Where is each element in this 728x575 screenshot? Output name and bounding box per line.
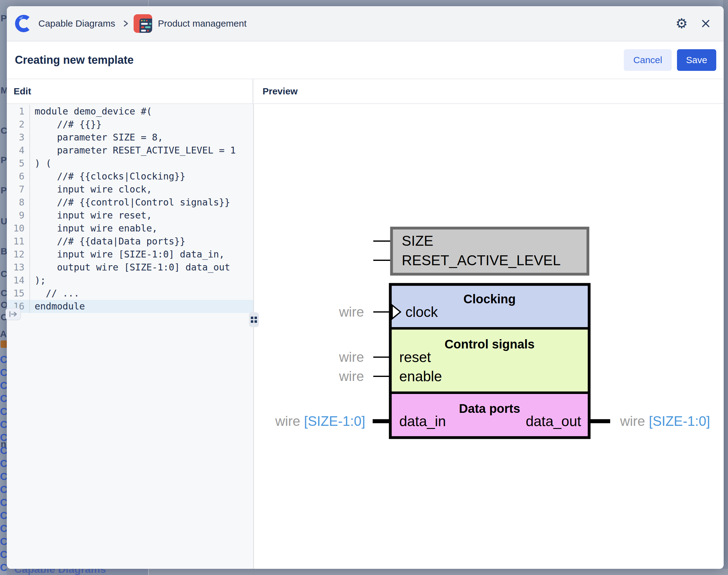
param-size: SIZE [402,233,433,249]
close-icon [701,19,711,29]
background-top-strip [0,0,728,6]
data-in-port: data_in [399,413,446,429]
line-text: input wire enable, [30,222,157,235]
data-out-bus-label: wire [SIZE-1:0] [620,413,710,429]
clipped-label: Ca [1,269,7,279]
gear-icon: ⚙ [676,17,688,30]
line-number: 7 [7,183,30,196]
expand-sidebar-button[interactable] [6,308,21,320]
code-line[interactable]: 3 parameter SIZE = 8, [7,131,253,144]
code-line[interactable]: 1 module demo_device #( [7,105,253,118]
capable-c-glyph: C [0,457,7,470]
line-text: // ... [30,287,79,300]
capable-c-glyph: C [0,561,7,574]
line-text: endmodule [30,300,85,313]
line-text: input wire reset, [30,209,152,222]
capable-c-glyph: C [0,483,7,496]
line-text: //# {{clocks|Clocking}} [30,170,186,183]
code-line[interactable]: 13 output wire [SIZE-1:0] data_out [7,261,253,274]
line-text: parameter SIZE = 8, [30,131,163,144]
background-orange-icon [1,340,7,348]
code-line[interactable]: 11 //# {{data|Data ports}} [7,235,253,248]
param-reset-active-level: RESET_ACTIVE_LEVEL [402,252,561,268]
line-text: input wire [SIZE-1:0] data_in, [30,248,224,261]
data-out-port: data_out [526,413,581,429]
code-line[interactable]: 5 ) ( [7,157,253,170]
clipped-label: Cl [1,125,7,136]
enable-port: enable [399,368,442,384]
code-line[interactable]: 15 // ... [7,287,253,300]
reset-wire-label: wire [339,349,364,365]
code-line[interactable]: 12 input wire [SIZE-1:0] data_in, [7,248,253,261]
line-number: 9 [7,209,30,222]
line-text: //# {{control|Control signals}} [30,196,230,209]
clock-wire-label: wire [339,304,364,319]
panel-headers: Edit Preview [7,79,724,104]
save-button[interactable]: Save [677,49,716,71]
line-number: 12 [7,248,30,261]
capable-c-glyph: C [0,535,7,548]
code-line[interactable]: 6 //# {{clocks|Clocking}} [7,170,253,183]
line-number: 8 [7,196,30,209]
clipped-label: By [1,246,7,257]
capable-c-glyph: C [0,366,7,379]
clocking-title: Clocking [464,292,516,306]
background-left-strip: PMClPrPrUlByCaCaOuCln AP CCCCCCCCCCCCCCC… [0,0,7,575]
line-text: module demo_device #( [30,105,152,118]
capable-c-glyph: C [0,548,7,561]
edit-panel-header: Edit [7,79,253,103]
capable-c-glyph: C [0,522,7,535]
code-line[interactable]: 14 ); [7,274,253,287]
capable-c-glyph: C [0,392,7,405]
reset-port: reset [399,349,431,365]
clock-port: clock [405,304,438,320]
background-column-divider [148,569,149,575]
clipped-label: Pr [1,185,7,196]
capable-diagrams-logo [15,14,33,33]
settings-button[interactable]: ⚙ [673,15,690,32]
line-text: output wire [SIZE-1:0] data_out [30,261,230,274]
close-button[interactable] [697,15,715,32]
code-line[interactable]: 4 parameter RESET_ACTIVE_LEVEL = 1 [7,144,253,157]
code-line[interactable]: 7 input wire clock, [7,183,253,196]
screen: Capable Diagrams PMClPrPrUlByCaCaOuCln A… [0,0,728,575]
line-number: 10 [7,222,30,235]
capable-c-glyph: C [0,444,7,457]
module-body: Clocking clock Control signals reset ena… [390,284,589,438]
capable-c-glyph: C [0,431,7,444]
capable-c-glyph: C [0,418,7,431]
drag-grip-icon [251,316,257,323]
data-ports-title: Data ports [459,402,520,415]
breadcrumb-page-link[interactable]: Product management [158,18,247,29]
line-number: 1 [7,105,30,118]
edit-label: Edit [13,86,31,97]
capable-c-glyph: C [0,379,7,392]
line-number: 2 [7,118,30,131]
cancel-button[interactable]: Cancel [624,49,672,71]
code-line[interactable]: 2 //# {{}} [7,118,253,131]
code-line[interactable]: 9 input wire reset, [7,209,253,222]
capable-c-glyph: C [0,353,7,366]
product-management-icon [134,14,152,33]
breadcrumb-app-link[interactable]: Capable Diagrams [38,18,115,29]
background-link-text: Capable Diagrams [14,569,106,575]
code-line[interactable]: 10 input wire enable, [7,222,253,235]
line-text: //# {{data|Data ports}} [30,235,186,248]
code-editor[interactable]: 1 module demo_device #( 2 //# {{}} 3 par… [7,104,254,569]
dialog-header: Capable Diagrams Product management [7,6,724,41]
clipped-label: AP [0,329,7,339]
clipped-label: Ul [1,216,7,227]
line-number: 4 [7,144,30,157]
code-line[interactable]: 16 endmodule [7,300,253,313]
line-text: input wire clock, [30,183,152,196]
clipped-label: Pr [1,155,7,165]
data-in-bus-label: wire [SIZE-1:0] [275,413,365,429]
parameters-box: SIZE RESET_ACTIVE_LEVEL [373,228,588,274]
panel-resize-handle[interactable] [249,312,259,327]
code-line[interactable]: 8 //# {{control|Control signals}} [7,196,253,209]
control-title: Control signals [444,337,535,351]
capable-c-glyph: C [0,405,7,418]
line-number: 11 [7,235,30,248]
background-right-strip [723,0,728,575]
preview-label: Preview [262,86,297,97]
